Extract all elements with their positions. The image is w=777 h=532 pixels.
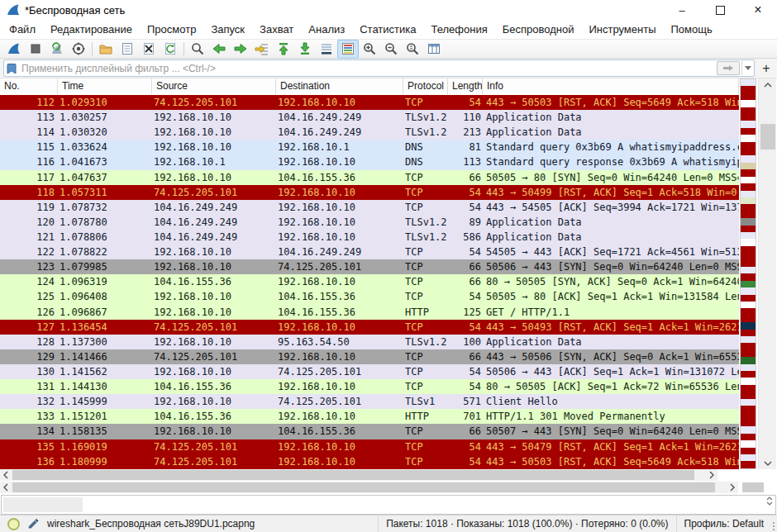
packet-row[interactable]: 1361.18099974.125.205.101192.168.10.10TC… [0,454,739,469]
display-filter-input[interactable] [20,62,717,75]
zoom-normal-button[interactable] [402,40,423,59]
column-header-time[interactable]: Time [58,78,152,94]
packet-row[interactable]: 1341.158135192.168.10.10104.16.155.36TCP… [0,424,739,439]
packet-row[interactable]: 1331.151201104.16.155.36192.168.10.10HTT… [0,409,739,424]
close-button[interactable]: × [739,0,777,20]
menu-view[interactable]: Просмотр [140,20,203,39]
maximize-button[interactable] [701,0,739,20]
cell-src: 192.168.10.10 [154,170,274,185]
open-file-button[interactable] [95,40,117,59]
cell-src: 104.16.155.36 [154,379,274,394]
packet-row[interactable]: 1171.047637192.168.10.10104.16.155.36TCP… [0,170,739,185]
menu-tools[interactable]: Инструменты [581,20,663,39]
vertical-scrollbar[interactable] [758,78,776,469]
column-header-protocol[interactable]: Protocol [403,78,448,94]
packet-row[interactable]: 1131.030257192.168.10.10104.16.249.249TL… [0,110,739,125]
cell-dst: 192.168.10.10 [278,95,402,110]
capture-options-button[interactable] [68,40,89,59]
packet-row[interactable]: 1221.078822192.168.10.10104.16.249.249TC… [0,245,739,259]
packet-row[interactable]: 1301.141562192.168.10.1074.125.205.101TC… [0,364,739,379]
horizontal-scrollbar-detail[interactable] [0,482,738,493]
packet-details-pane[interactable] [1,495,776,515]
menu-telephony[interactable]: Телефония [423,20,494,39]
packet-row[interactable]: 1201.078780104.16.249.249192.168.10.10TL… [0,215,739,230]
scroll-right-icon[interactable] [706,469,717,481]
menu-capture[interactable]: Захват [252,20,301,39]
packet-row[interactable]: 1231.079985192.168.10.1074.125.205.101TC… [0,259,739,274]
restart-capture-button[interactable] [46,40,68,59]
column-header-info[interactable]: Info [483,78,739,94]
find-packet-button[interactable] [187,40,208,59]
menu-analyze[interactable]: Анализ [301,20,352,39]
start-capture-button[interactable] [3,40,25,59]
packet-row[interactable]: 1161.041673192.168.10.1192.168.10.10DNS1… [0,154,739,169]
column-header-destination[interactable]: Destination [276,78,403,94]
go-last-packet-button[interactable] [294,40,316,59]
zoom-in-button[interactable] [359,40,380,59]
cell-proto: TLSv1.2 [405,110,448,125]
expert-info-icon[interactable] [7,518,20,530]
scroll-left-icon[interactable] [0,469,12,481]
packet-row[interactable]: 1251.096408192.168.10.10104.16.155.36TCP… [0,289,739,304]
horizontal-scrollbar-list[interactable] [0,469,717,481]
cell-info: 443 → 54505 [ACK] Seq=3994 Ack=1721 Win=… [486,200,739,215]
capture-comment-icon[interactable] [26,518,39,530]
packet-row[interactable]: 1181.05731174.125.205.101192.168.10.10TC… [0,185,739,200]
packet-row[interactable]: 1241.096319104.16.155.36192.168.10.10TCP… [0,274,739,289]
packet-row[interactable]: 1261.096867192.168.10.10104.16.155.36HTT… [0,305,739,320]
resize-grip[interactable] [773,522,775,530]
packet-row[interactable]: 1281.137300192.168.10.1095.163.54.50TLSv… [0,335,739,349]
packet-row[interactable]: 1211.078806104.16.249.249192.168.10.10TL… [0,230,739,245]
packet-row[interactable]: 1191.078732104.16.249.249192.168.10.10TC… [0,200,739,215]
packet-row[interactable]: 1121.02931074.125.205.101192.168.10.10TC… [0,95,739,110]
packet-row[interactable]: 1151.033624192.168.10.10192.168.10.1DNS8… [0,140,739,154]
horizontal-scroll-thumb[interactable] [12,482,715,492]
go-forward-button[interactable] [230,40,251,59]
cell-proto: DNS [405,140,448,154]
minimize-button[interactable]: – [663,0,701,20]
vertical-scroll-thumb[interactable] [760,124,775,150]
column-header-source[interactable]: Source [152,78,276,94]
packet-row[interactable]: 1351.16901974.125.205.101192.168.10.10TC… [0,439,739,454]
horizontal-scroll-thumb[interactable] [12,470,694,480]
menu-statistics[interactable]: Статистика [352,20,423,39]
profile-label[interactable]: Профиль: Default [676,515,772,532]
scroll-up-icon[interactable] [759,78,777,91]
go-back-button[interactable] [208,40,230,59]
add-filter-button[interactable]: + [759,61,774,76]
zoom-out-button[interactable] [380,40,402,59]
go-first-packet-button[interactable] [273,40,294,59]
go-to-packet-button[interactable] [251,40,273,59]
column-header-no[interactable]: No. [0,78,58,94]
minimap-stripe [741,253,756,259]
stop-capture-button[interactable] [25,40,46,59]
cell-len: 54 [448,200,481,215]
minimap-stripe [741,232,756,239]
menu-help[interactable]: Помощь [664,20,720,39]
scroll-right-icon[interactable] [727,482,738,493]
packet-row[interactable]: 1291.14146674.125.205.101192.168.10.10TC… [0,349,739,364]
packet-row[interactable]: 1321.145999192.168.10.1074.125.205.101TL… [0,394,739,409]
packet-row[interactable]: 1311.144130104.16.155.36192.168.10.10TCP… [0,379,739,394]
save-file-button[interactable] [117,40,138,59]
packet-row[interactable]: 1271.13645474.125.205.101192.168.10.10TC… [0,320,739,335]
scroll-left-icon[interactable] [0,482,12,493]
packet-row[interactable]: 1141.030320192.168.10.10104.16.249.249TL… [0,125,739,140]
menu-wireless[interactable]: Беспроводной [495,20,582,39]
close-file-button[interactable] [138,40,160,59]
pane-spinner[interactable] [766,496,773,506]
filter-bookmark-icon[interactable] [7,63,17,74]
apply-filter-button[interactable] [717,61,740,75]
packet-minimap[interactable] [740,78,756,469]
column-header-length[interactable]: Length [448,78,483,94]
menu-file[interactable]: Файл [2,20,43,39]
resize-columns-button[interactable] [423,40,445,59]
reload-file-button[interactable] [160,40,181,59]
auto-scroll-button[interactable] [316,40,337,59]
scroll-down-icon[interactable] [759,457,777,469]
menu-edit[interactable]: Редактирование [43,20,140,39]
menu-go[interactable]: Запуск [203,20,252,39]
filter-dropdown-button[interactable] [741,61,754,75]
colorize-packets-button[interactable] [337,40,359,59]
cell-src: 74.125.205.101 [154,185,274,200]
